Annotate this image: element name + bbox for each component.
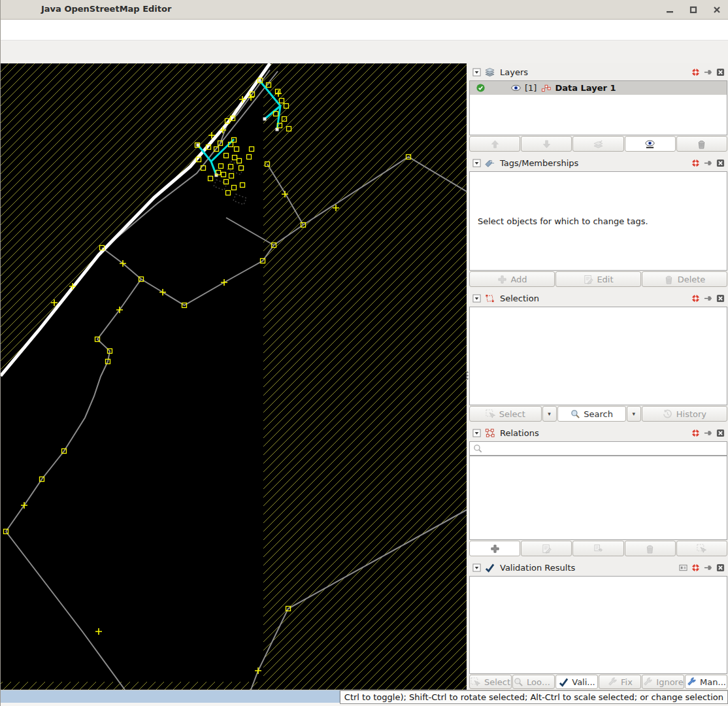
selection-icon <box>484 293 495 303</box>
data-layer-icon <box>540 83 551 93</box>
josm-window: Java OpenStreetMap Editor <box>0 0 728 706</box>
select-relation-members-button[interactable] <box>676 541 727 556</box>
wrench-icon <box>607 677 618 687</box>
add-tag-button[interactable]: Add <box>469 271 555 287</box>
help-icon[interactable] <box>691 428 700 437</box>
select-cursor-icon <box>697 543 707 554</box>
select-cursor-icon <box>486 409 496 419</box>
layers-panel: Layers [1] Data Layer 1 <box>469 63 728 152</box>
statusbar: Ctrl to toggle); Shift-Ctrl to rotate se… <box>1 690 728 706</box>
layer-row[interactable]: [1] Data Layer 1 <box>470 81 727 95</box>
trash-icon <box>697 139 707 149</box>
select-dropdown-button[interactable]: ▾ <box>542 406 557 422</box>
merge-layers-icon <box>593 139 604 149</box>
edit-icon <box>583 274 593 284</box>
window-title: Java OpenStreetMap Editor <box>41 4 171 14</box>
search-button[interactable]: Search <box>557 406 626 422</box>
select-cursor-icon <box>471 677 481 687</box>
validation-select-button[interactable]: Select <box>469 675 512 689</box>
delete-relation-button[interactable] <box>625 541 676 556</box>
tags-message-area: Select objects for which to change tags. <box>469 171 727 271</box>
history-icon <box>663 409 673 419</box>
selection-panel: Selection Select ▾ Search ▾ <box>469 290 728 422</box>
collapse-icon[interactable] <box>472 563 481 572</box>
map-svg <box>1 63 467 690</box>
panel-title: Layers <box>500 67 528 77</box>
validation-ignore-button[interactable]: Ignore <box>642 675 684 689</box>
collapse-icon[interactable] <box>472 67 481 76</box>
layers-icon <box>484 67 495 77</box>
layer-index: [1] <box>525 83 537 93</box>
delete-tag-button[interactable]: Delete <box>642 271 727 287</box>
trash-icon <box>645 543 655 554</box>
eye-icon <box>645 139 655 149</box>
move-layer-down-button[interactable] <box>521 136 572 152</box>
select-button[interactable]: Select <box>469 406 542 422</box>
toggle-layer-visibility-button[interactable] <box>625 136 676 152</box>
panel-title: Tags/Memberships <box>500 158 578 168</box>
validation-manage-button[interactable]: Man... <box>685 675 727 689</box>
validation-fix-button[interactable]: Fix <box>599 675 641 689</box>
sticky-icon[interactable] <box>703 563 712 572</box>
wrench-blue-icon <box>686 677 697 687</box>
close-icon[interactable] <box>716 428 725 437</box>
close-icon[interactable] <box>716 563 725 572</box>
close-icon[interactable] <box>716 158 725 167</box>
down-arrow-icon <box>541 139 552 149</box>
search-icon <box>472 443 483 454</box>
sticky-icon[interactable] <box>703 158 712 167</box>
edit-relation-button[interactable] <box>521 541 572 556</box>
validation-lookup-button[interactable]: Look... <box>512 675 555 689</box>
status-hint: Ctrl to toggle); Shift-Ctrl to rotate se… <box>344 692 723 702</box>
relations-panel: Relations <box>469 424 728 557</box>
panel-title: Relations <box>500 428 539 438</box>
collapse-icon[interactable] <box>472 158 481 167</box>
menu-bar <box>1 20 728 41</box>
maximize-button[interactable] <box>689 5 698 14</box>
close-icon[interactable] <box>716 294 725 303</box>
duplicate-relation-button[interactable] <box>572 541 623 556</box>
layer-list[interactable]: [1] Data Layer 1 <box>469 80 727 135</box>
help-icon[interactable] <box>691 67 700 76</box>
sticky-icon[interactable] <box>703 428 712 437</box>
history-button[interactable]: History <box>642 406 727 422</box>
panel-splitter[interactable] <box>467 63 469 690</box>
status-hint-box: Ctrl to toggle); Shift-Ctrl to rotate se… <box>340 690 728 704</box>
map-canvas[interactable] <box>1 63 467 690</box>
edit-icon <box>541 543 552 554</box>
trash-icon <box>664 274 674 284</box>
tags-panel: Tags/Memberships Select objects for whic… <box>469 154 728 288</box>
close-icon[interactable] <box>716 67 725 76</box>
relation-search-input[interactable] <box>483 443 727 454</box>
sticky-icon[interactable] <box>703 294 712 303</box>
help-icon[interactable] <box>691 158 700 167</box>
collapse-icon[interactable] <box>472 428 481 437</box>
validation-panel: Validation Results Select Look... <box>469 559 728 690</box>
main-toolbar <box>1 41 728 63</box>
minimize-button[interactable] <box>665 5 674 14</box>
validation-validate-button[interactable]: Vali... <box>555 675 598 689</box>
validation-list[interactable] <box>469 576 727 674</box>
collapse-icon[interactable] <box>472 294 481 303</box>
selection-list[interactable] <box>469 307 727 405</box>
preferences-icon[interactable] <box>678 563 687 572</box>
panel-title: Validation Results <box>500 563 575 573</box>
wrench-icon <box>642 677 653 687</box>
close-button[interactable] <box>712 5 721 14</box>
search-dropdown-button[interactable]: ▾ <box>627 406 641 422</box>
edit-tag-button[interactable]: Edit <box>555 271 641 287</box>
active-layer-icon[interactable] <box>475 83 486 93</box>
delete-layer-button[interactable] <box>676 136 727 152</box>
help-icon[interactable] <box>691 563 700 572</box>
sticky-icon[interactable] <box>703 67 712 76</box>
layer-visibility-icon[interactable] <box>510 83 521 93</box>
relations-icon <box>484 428 495 438</box>
search-icon <box>513 677 523 687</box>
new-relation-button[interactable] <box>469 541 520 556</box>
relation-search-field[interactable] <box>469 441 727 456</box>
move-layer-up-button[interactable] <box>469 136 520 152</box>
merge-layer-button[interactable] <box>572 136 623 152</box>
layer-name: Data Layer 1 <box>555 83 616 93</box>
help-icon[interactable] <box>691 294 700 303</box>
relation-list[interactable] <box>469 456 727 540</box>
